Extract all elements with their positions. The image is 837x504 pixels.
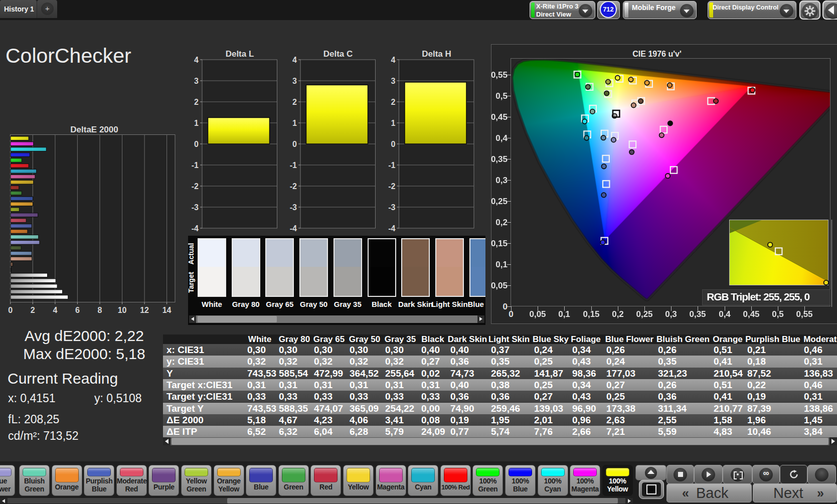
- svg-text:Delta H: Delta H: [422, 49, 451, 59]
- svg-text:DeltaE 2000: DeltaE 2000: [70, 125, 118, 134]
- svg-text:0: 0: [391, 140, 396, 148]
- svg-text:-1: -1: [192, 161, 199, 170]
- svg-text:-2: -2: [290, 182, 297, 191]
- svg-text:Delta C: Delta C: [323, 49, 353, 59]
- svg-text:4: 4: [194, 56, 199, 64]
- svg-text:4: 4: [53, 306, 57, 314]
- svg-text:4: 4: [391, 56, 396, 64]
- svg-text:3: 3: [194, 77, 199, 85]
- svg-text:-3: -3: [290, 203, 297, 212]
- svg-text:1: 1: [292, 119, 297, 127]
- svg-text:8: 8: [98, 306, 102, 314]
- svg-text:1: 1: [391, 119, 396, 127]
- svg-text:12: 12: [140, 306, 149, 314]
- svg-text:6: 6: [75, 306, 80, 314]
- svg-text:4: 4: [292, 56, 297, 64]
- svg-text:-2: -2: [192, 182, 199, 191]
- svg-text:2: 2: [391, 98, 396, 106]
- svg-text:1: 1: [194, 119, 199, 127]
- svg-text:3: 3: [292, 77, 297, 85]
- svg-text:2: 2: [292, 98, 297, 106]
- svg-text:-4: -4: [290, 224, 297, 233]
- svg-text:-4: -4: [192, 224, 199, 233]
- svg-text:14: 14: [162, 306, 172, 314]
- svg-text:0: 0: [8, 306, 13, 314]
- svg-text:2: 2: [194, 98, 199, 106]
- svg-text:3: 3: [391, 77, 396, 85]
- svg-text:-3: -3: [192, 203, 199, 212]
- svg-text:-1: -1: [290, 161, 297, 170]
- svg-text:0: 0: [194, 140, 199, 148]
- svg-text:-1: -1: [388, 161, 395, 170]
- svg-text:-3: -3: [388, 203, 395, 212]
- svg-text:0: 0: [292, 140, 297, 148]
- svg-text:10: 10: [118, 306, 127, 314]
- svg-text:Delta L: Delta L: [226, 49, 254, 59]
- svg-text:2: 2: [31, 306, 35, 314]
- svg-text:-2: -2: [388, 182, 395, 191]
- svg-text:-4: -4: [388, 224, 395, 233]
